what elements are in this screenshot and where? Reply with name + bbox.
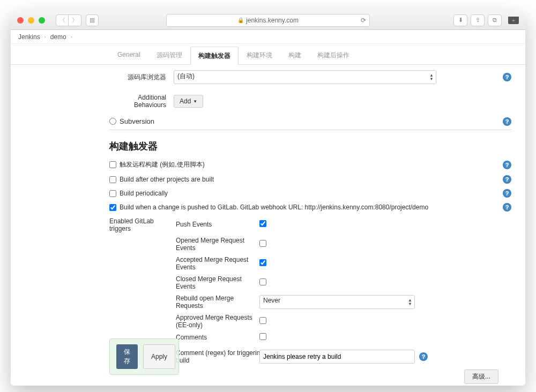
trigger-remote-label: 触发远程构建 (例如,使用脚本): [120, 160, 205, 169]
breadcrumb-demo[interactable]: demo: [50, 33, 66, 41]
help-icon[interactable]: ?: [503, 117, 511, 126]
trigger-after-projects-checkbox[interactable]: [109, 176, 116, 183]
opened-mr-label: Opened Merge Request Events: [174, 237, 259, 252]
closed-mr-label: Closed Merge Request Events: [174, 275, 259, 290]
select-arrows-icon: ▲▼: [408, 298, 412, 306]
breadcrumb: Jenkins › demo ›: [11, 30, 525, 44]
browser-titlebar: 〈 〉 ▥ 🔒 jenkins.kenny.com ⟳ ⬇ ⇪ ⧉ +: [11, 11, 525, 30]
accepted-mr-checkbox[interactable]: [259, 259, 266, 266]
chevron-right-icon: ›: [44, 34, 46, 40]
trigger-periodically-checkbox[interactable]: [109, 190, 116, 197]
accepted-mr-label: Accepted Merge Request Events: [174, 256, 259, 271]
help-icon[interactable]: ?: [419, 352, 428, 361]
url-bar[interactable]: 🔒 jenkins.kenny.com ⟳: [166, 14, 370, 27]
gitlab-triggers-label: Enabled GitLab triggers: [109, 216, 174, 232]
comments-checkbox[interactable]: [259, 333, 266, 340]
new-tab-icon[interactable]: +: [508, 17, 519, 24]
approved-mr-label: Approved Merge Requests (EE-only): [174, 314, 259, 329]
reload-icon[interactable]: ⟳: [361, 17, 366, 24]
comments-label: Comments: [174, 334, 259, 341]
save-button[interactable]: 保存: [116, 344, 138, 369]
add-button[interactable]: Add ▼: [174, 95, 203, 108]
tab-build[interactable]: 构建: [280, 46, 309, 64]
tab-general[interactable]: General: [109, 46, 148, 64]
build-triggers-title: 构建触发器: [11, 132, 525, 157]
trigger-after-projects-label: Build after other projects are built: [120, 176, 214, 183]
help-icon[interactable]: ?: [503, 203, 511, 212]
sidebar-toggle-icon[interactable]: ▥: [86, 14, 99, 26]
config-tabs: General 源码管理 构建触发器 构建环境 构建 构建后操作: [11, 46, 525, 65]
floating-action-bar: 保存 Apply: [109, 338, 179, 375]
tab-build-env[interactable]: 构建环境: [239, 46, 280, 64]
help-icon[interactable]: ?: [503, 161, 511, 169]
repo-browser-label: 源码库浏览器: [109, 73, 174, 82]
subversion-label: Subversion: [120, 117, 154, 125]
chevron-right-icon: ›: [71, 34, 72, 40]
tabs-icon[interactable]: ⧉: [488, 14, 502, 26]
opened-mr-checkbox[interactable]: [259, 240, 266, 247]
subversion-radio[interactable]: [109, 118, 116, 125]
select-arrows-icon: ▲▼: [429, 73, 434, 81]
push-events-checkbox[interactable]: [259, 220, 266, 227]
help-icon[interactable]: ?: [503, 189, 511, 198]
rebuild-open-mr-select[interactable]: Never ▲▼: [259, 295, 415, 309]
tab-post-build[interactable]: 构建后操作: [309, 46, 358, 64]
trigger-remote-checkbox[interactable]: [109, 161, 116, 168]
lock-icon: 🔒: [237, 17, 244, 23]
apply-button[interactable]: Apply: [143, 344, 175, 369]
back-button[interactable]: 〈: [56, 14, 69, 26]
minimize-window-icon[interactable]: [28, 17, 34, 24]
trigger-gitlab-label: Build when a change is pushed to GitLab.…: [120, 203, 428, 211]
url-text: jenkins.kenny.com: [246, 17, 299, 24]
tab-scm[interactable]: 源码管理: [148, 46, 190, 64]
closed-mr-checkbox[interactable]: [259, 278, 266, 285]
help-icon[interactable]: ?: [503, 73, 511, 81]
comment-regex-input[interactable]: [259, 350, 415, 364]
download-icon[interactable]: ⬇: [453, 14, 467, 26]
divider: [109, 130, 511, 130]
trigger-periodically-label: Build periodically: [120, 190, 168, 197]
comment-regex-label: Comment (regex) for triggering a build: [174, 349, 270, 364]
push-events-label: Push Events: [174, 221, 259, 228]
traffic-lights: [17, 17, 45, 24]
advanced-button[interactable]: 高级...: [464, 370, 498, 384]
rebuild-open-mr-label: Rebuild open Merge Requests: [174, 295, 259, 310]
approved-mr-checkbox[interactable]: [259, 317, 266, 324]
forward-button[interactable]: 〉: [69, 14, 81, 26]
breadcrumb-jenkins[interactable]: Jenkins: [18, 33, 40, 41]
trigger-gitlab-checkbox[interactable]: [109, 204, 116, 211]
help-icon[interactable]: ?: [503, 175, 511, 184]
maximize-window-icon[interactable]: [39, 17, 45, 24]
share-icon[interactable]: ⇪: [471, 14, 485, 26]
repo-browser-select[interactable]: (自动) ▲▼: [174, 70, 436, 84]
close-window-icon[interactable]: [17, 17, 24, 24]
caret-down-icon: ▼: [193, 99, 197, 104]
tab-build-triggers[interactable]: 构建触发器: [190, 47, 239, 65]
additional-behaviours-label: Additional Behaviours: [109, 94, 174, 109]
